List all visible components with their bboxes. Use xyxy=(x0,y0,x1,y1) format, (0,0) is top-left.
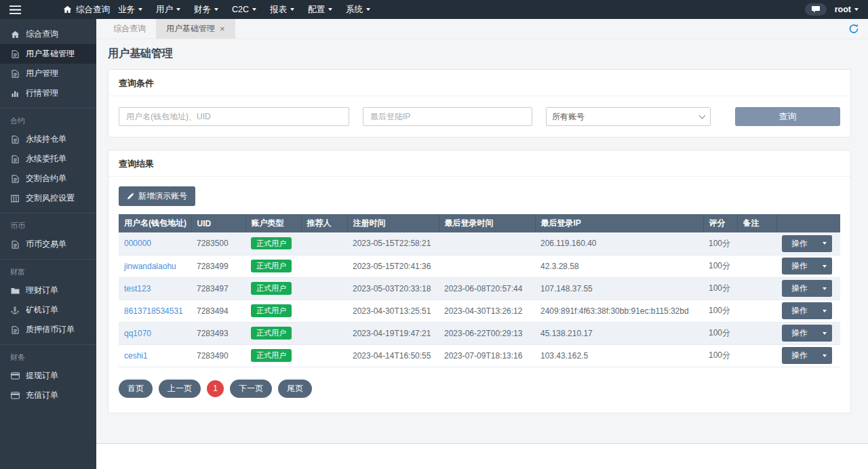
last-login-time-cell: 2023-06-08T20:57:44 xyxy=(439,277,535,300)
sidebar-item[interactable]: 用户基础管理 xyxy=(0,44,96,64)
topnav-item-label: 系统 xyxy=(346,4,363,16)
account-type-cell: 正式用户 xyxy=(245,344,301,367)
sidebar-item-label: 综合查询 xyxy=(26,28,58,40)
hamburger-icon xyxy=(9,5,21,14)
user-menu[interactable]: root xyxy=(835,5,859,14)
topnav-item[interactable]: 财务 xyxy=(187,0,225,19)
sidebar-item[interactable]: 永续持仓单 xyxy=(0,129,96,149)
register-time-cell: 2023-04-14T16:50:55 xyxy=(347,344,439,367)
row-action-button[interactable]: 操作 xyxy=(782,258,817,274)
user-name: root xyxy=(835,5,851,14)
register-time-cell: 2023-04-19T19:47:21 xyxy=(347,322,439,344)
topnav-item[interactable]: 用户 xyxy=(149,0,187,19)
messages-button[interactable] xyxy=(805,3,827,16)
tab-list: 综合查询用户基础管理× xyxy=(103,19,235,39)
row-action-button[interactable]: 操作 xyxy=(782,280,817,297)
remark-cell xyxy=(737,255,776,277)
chevron-down-icon xyxy=(823,354,827,357)
row-action-dropdown-button[interactable] xyxy=(817,302,832,319)
sidebar-item[interactable]: 币币交易单 xyxy=(0,234,96,254)
page-footer-space xyxy=(96,444,868,469)
sidebar-group-label: 合约 xyxy=(0,110,96,129)
sidebar-item-label: 用户基础管理 xyxy=(26,48,75,60)
add-demo-account-button[interactable]: 新增演示账号 xyxy=(119,186,195,206)
username-link[interactable]: jinwandalaohu xyxy=(124,262,176,271)
topnav-item[interactable]: 业务 xyxy=(111,0,149,19)
last-login-ip-input[interactable] xyxy=(363,107,532,126)
sidebar-item[interactable]: 提现订单 xyxy=(0,366,96,386)
pagination-current-page[interactable]: 1 xyxy=(207,380,224,397)
action-split-button: 操作 xyxy=(782,325,832,342)
topnav-item-label: 用户 xyxy=(156,4,173,16)
chevron-down-icon xyxy=(214,8,218,11)
topnav-item[interactable]: 配置 xyxy=(301,0,339,19)
sidebar-item[interactable]: 质押借币订单 xyxy=(0,320,96,340)
tab-close-icon[interactable]: × xyxy=(220,24,225,33)
doc-icon xyxy=(10,326,20,334)
tab-bar: 综合查询用户基础管理× xyxy=(96,19,868,39)
pagination-button[interactable]: 尾页 xyxy=(278,380,312,398)
pagination-button[interactable]: 首页 xyxy=(119,380,153,398)
card-icon xyxy=(10,372,20,380)
actions-cell: 操作 xyxy=(776,300,840,322)
topnav-item[interactable]: C2C xyxy=(225,0,263,19)
sidebar-item[interactable]: 理财订单 xyxy=(0,281,96,300)
actions-cell: 操作 xyxy=(776,277,840,300)
sidebar-item[interactable]: 综合查询 xyxy=(0,24,96,44)
topnav-item[interactable]: 报表 xyxy=(263,0,301,19)
chart-icon xyxy=(10,89,20,98)
username-uid-input[interactable] xyxy=(119,107,349,126)
sidebar-toggle-button[interactable] xyxy=(0,0,31,19)
username-link[interactable]: 8613718534531 xyxy=(124,306,183,316)
topnav-home-label: 综合查询 xyxy=(76,4,110,16)
sidebar-item-label: 提现订单 xyxy=(26,370,58,382)
folder-icon xyxy=(10,287,20,295)
sidebar-item[interactable]: 交割风控设置 xyxy=(0,188,96,208)
topnav-home[interactable]: 综合查询 xyxy=(63,0,110,19)
sidebar-item-label: 行情管理 xyxy=(26,87,58,99)
sidebar-item[interactable]: 充值订单 xyxy=(0,386,96,405)
topnav-item-label: 配置 xyxy=(308,4,325,16)
results-panel: 查询结果 新增演示账号 用户名(钱包地址)UID账户类型推荐人注册时间最后登录时… xyxy=(108,150,851,413)
referrer-cell xyxy=(301,277,347,300)
row-action-dropdown-button[interactable] xyxy=(817,280,832,297)
add-demo-account-label: 新增演示账号 xyxy=(138,190,187,202)
pagination-button[interactable]: 上一页 xyxy=(159,380,201,398)
refresh-button[interactable] xyxy=(848,24,859,34)
row-action-dropdown-button[interactable] xyxy=(817,258,832,274)
username-link[interactable]: ceshi1 xyxy=(124,351,148,361)
row-action-dropdown-button[interactable] xyxy=(817,325,832,342)
username-link[interactable]: 000000 xyxy=(124,239,151,248)
row-action-dropdown-button[interactable] xyxy=(817,235,832,252)
sidebar-item[interactable]: 矿机订单 xyxy=(0,300,96,320)
username-link[interactable]: test123 xyxy=(124,284,151,293)
referrer-cell xyxy=(301,255,347,277)
row-action-dropdown-button[interactable] xyxy=(817,347,832,364)
username-link[interactable]: qq1070 xyxy=(124,329,151,338)
tab-label: 综合查询 xyxy=(113,23,146,35)
search-button[interactable]: 查询 xyxy=(735,107,840,126)
refresh-icon xyxy=(848,24,859,34)
account-type-select[interactable]: 所有账号 xyxy=(546,107,711,126)
tab[interactable]: 综合查询 xyxy=(103,19,156,39)
sidebar-item[interactable]: 永续委托单 xyxy=(0,149,96,169)
topnav-right: root xyxy=(805,0,868,19)
remark-cell xyxy=(737,344,776,367)
row-action-button[interactable]: 操作 xyxy=(782,302,817,319)
doc-icon xyxy=(10,155,20,163)
row-action-button[interactable]: 操作 xyxy=(782,235,817,252)
columns-icon xyxy=(10,195,20,203)
account-type-badge: 正式用户 xyxy=(251,237,292,249)
sidebar-item[interactable]: 用户管理 xyxy=(0,64,96,83)
sidebar-group-label: 财务 xyxy=(0,347,96,366)
row-action-button[interactable]: 操作 xyxy=(782,325,817,342)
sidebar-item[interactable]: 交割合约单 xyxy=(0,169,96,188)
score-cell: 100分 xyxy=(703,277,737,300)
pagination-button[interactable]: 下一页 xyxy=(230,380,272,398)
account-type-badge: 正式用户 xyxy=(251,304,292,317)
sidebar-item[interactable]: 行情管理 xyxy=(0,83,96,103)
tab[interactable]: 用户基础管理× xyxy=(156,19,235,39)
row-action-button[interactable]: 操作 xyxy=(782,347,817,364)
topnav-item[interactable]: 系统 xyxy=(339,0,377,19)
score-cell: 100分 xyxy=(703,232,737,255)
